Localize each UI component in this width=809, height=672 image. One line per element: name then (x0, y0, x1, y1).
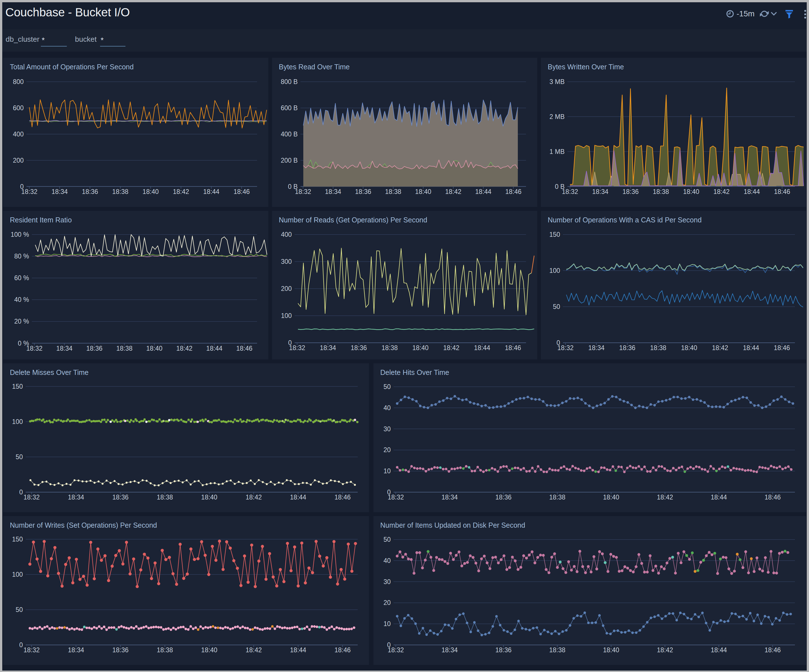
svg-text:18:42: 18:42 (713, 188, 730, 195)
svg-text:18:36: 18:36 (495, 494, 512, 501)
svg-text:18:38: 18:38 (157, 646, 173, 654)
svg-text:18:34: 18:34 (592, 188, 609, 195)
svg-text:18:42: 18:42 (245, 494, 262, 501)
svg-text:18:38: 18:38 (549, 494, 566, 501)
svg-text:100 %: 100 % (11, 231, 29, 238)
svg-text:18:46: 18:46 (505, 344, 521, 351)
svg-text:10: 10 (383, 620, 391, 627)
svg-text:18:34: 18:34 (68, 646, 84, 654)
svg-text:100: 100 (12, 571, 23, 578)
svg-text:18:32: 18:32 (557, 344, 574, 351)
svg-text:18:36: 18:36 (355, 188, 371, 195)
svg-text:150: 150 (12, 383, 23, 390)
svg-text:18:34: 18:34 (320, 344, 336, 351)
svg-text:3 MB: 3 MB (549, 78, 565, 86)
svg-text:50: 50 (383, 383, 391, 390)
svg-text:18:38: 18:38 (112, 188, 129, 195)
svg-text:18:46: 18:46 (334, 494, 351, 501)
svg-text:18:42: 18:42 (657, 646, 673, 654)
svg-text:18:46: 18:46 (764, 646, 781, 654)
svg-text:Resident Item Ratio: Resident Item Ratio (10, 216, 72, 224)
svg-text:18:46: 18:46 (233, 188, 250, 195)
svg-text:18:34: 18:34 (68, 494, 84, 501)
svg-text:1 MB: 1 MB (549, 148, 565, 155)
svg-text:18:42: 18:42 (712, 344, 728, 351)
svg-text:18:40: 18:40 (143, 188, 159, 195)
svg-text:400 B: 400 B (281, 131, 298, 138)
svg-text:18:34: 18:34 (56, 345, 73, 352)
svg-text:18:44: 18:44 (475, 188, 492, 195)
svg-text:800: 800 (13, 78, 23, 86)
svg-text:18:38: 18:38 (381, 344, 398, 351)
svg-text:18:40: 18:40 (683, 188, 699, 195)
svg-text:Number of Items Updated on Dis: Number of Items Updated on Disk Per Seco… (380, 521, 525, 529)
svg-text:Total Amount of Operations Per: Total Amount of Operations Per Second (10, 63, 134, 71)
svg-text:18:32: 18:32 (289, 344, 305, 351)
svg-text:18:34: 18:34 (441, 646, 458, 654)
svg-text:0: 0 (19, 641, 23, 648)
svg-text:18:46: 18:46 (764, 494, 781, 501)
svg-text:100: 100 (12, 418, 23, 425)
svg-text:200: 200 (281, 285, 292, 292)
svg-text:18:46: 18:46 (774, 344, 790, 351)
svg-text:150: 150 (549, 231, 560, 238)
svg-text:50: 50 (553, 303, 560, 310)
svg-text:-15m: -15m (737, 9, 755, 18)
svg-text:18:44: 18:44 (743, 344, 759, 351)
svg-text:600 B: 600 B (281, 104, 298, 112)
svg-text:18:44: 18:44 (474, 344, 490, 351)
svg-text:18:32: 18:32 (23, 494, 40, 501)
svg-text:18:38: 18:38 (653, 188, 669, 195)
svg-text:18:34: 18:34 (441, 494, 458, 501)
svg-text:18:38: 18:38 (385, 188, 401, 195)
svg-text:20: 20 (383, 599, 391, 606)
svg-text:18:38: 18:38 (549, 646, 566, 654)
svg-text:100: 100 (281, 312, 292, 319)
svg-text:18:44: 18:44 (711, 646, 727, 654)
svg-text:18:34: 18:34 (52, 188, 68, 195)
svg-text:18:36: 18:36 (86, 345, 102, 352)
svg-text:18:42: 18:42 (173, 188, 189, 195)
svg-text:2 MB: 2 MB (549, 113, 565, 120)
svg-text:400: 400 (281, 231, 292, 238)
svg-text:18:36: 18:36 (112, 646, 129, 654)
svg-text:18:40: 18:40 (603, 494, 619, 501)
svg-text:18:42: 18:42 (245, 646, 262, 654)
svg-text:40 %: 40 % (14, 296, 29, 303)
svg-text:18:40: 18:40 (412, 344, 429, 351)
svg-text:60 %: 60 % (14, 274, 29, 282)
svg-text:18:32: 18:32 (21, 188, 37, 195)
svg-text:18:44: 18:44 (206, 345, 223, 352)
svg-text:200: 200 (13, 157, 23, 164)
svg-text:18:32: 18:32 (562, 188, 578, 195)
svg-text:50: 50 (15, 606, 23, 613)
svg-text:300: 300 (281, 258, 292, 265)
svg-text:18:46: 18:46 (334, 646, 351, 654)
svg-text:40: 40 (383, 404, 391, 412)
svg-text:80 %: 80 % (14, 252, 29, 260)
svg-text:18:40: 18:40 (603, 646, 619, 654)
svg-text:18:44: 18:44 (290, 646, 306, 654)
svg-text:18:42: 18:42 (445, 188, 462, 195)
svg-text:100: 100 (549, 267, 560, 274)
svg-text:18:36: 18:36 (619, 344, 636, 351)
svg-text:18:46: 18:46 (236, 345, 253, 352)
svg-text:18:46: 18:46 (505, 188, 522, 195)
svg-text:Number of Operations With a CA: Number of Operations With a CAS id Per S… (548, 216, 702, 224)
svg-text:18:42: 18:42 (443, 344, 460, 351)
svg-text:20 %: 20 % (14, 318, 29, 325)
svg-text:Number of Writes (Set Operatio: Number of Writes (Set Operations) Per Se… (10, 521, 157, 529)
svg-text:18:40: 18:40 (681, 344, 697, 351)
svg-text:18:34: 18:34 (325, 188, 341, 195)
svg-text:18:36: 18:36 (495, 646, 512, 654)
svg-text:18:36: 18:36 (351, 344, 367, 351)
svg-text:18:38: 18:38 (157, 494, 173, 501)
svg-text:18:38: 18:38 (650, 344, 666, 351)
svg-text:18:40: 18:40 (415, 188, 431, 195)
svg-text:18:36: 18:36 (623, 188, 639, 195)
svg-text:Number of Reads (Get Operation: Number of Reads (Get Operations) Per Sec… (279, 216, 427, 224)
svg-text:0: 0 (19, 489, 23, 496)
svg-text:18:32: 18:32 (23, 646, 40, 654)
svg-text:18:44: 18:44 (203, 188, 220, 195)
svg-text:40: 40 (383, 557, 391, 564)
